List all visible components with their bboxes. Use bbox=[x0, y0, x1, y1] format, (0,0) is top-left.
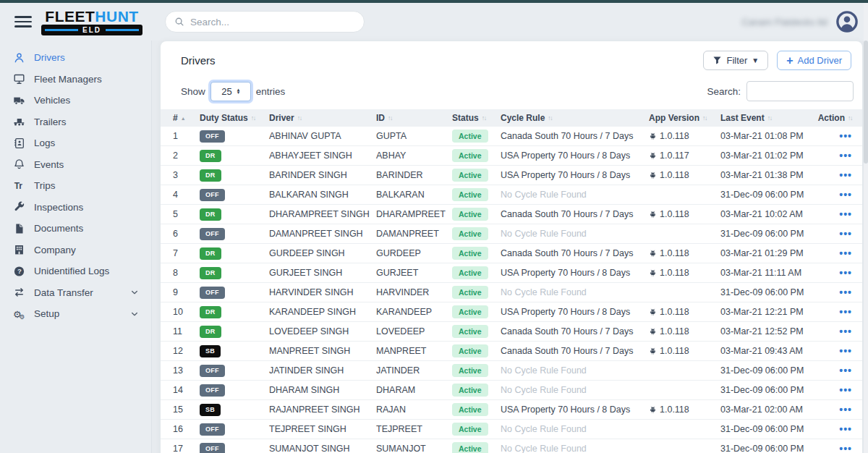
sidebar-item-logs[interactable]: Logs bbox=[0, 132, 151, 154]
add-driver-button[interactable]: + Add Driver bbox=[777, 51, 851, 70]
logo-eld-text: ELD bbox=[78, 26, 106, 34]
driver-name: TEJPREET SINGH bbox=[269, 424, 376, 434]
row-actions-button[interactable]: ••• bbox=[812, 208, 862, 220]
driver-id: ABHAY bbox=[376, 151, 452, 161]
global-search-input[interactable] bbox=[190, 17, 355, 27]
drivers-card: Drivers Filter ▼ + Add Driver Show bbox=[161, 41, 862, 453]
page-scrollbar[interactable] bbox=[864, 3, 868, 453]
hamburger-menu-icon[interactable] bbox=[14, 16, 32, 27]
col-header-status[interactable]: Status↑↓ bbox=[452, 113, 501, 123]
driver-id: MANPREET bbox=[376, 346, 452, 356]
sidebar-item-label: Unidentified Logs bbox=[34, 266, 109, 276]
app-version: 1.0.118 bbox=[649, 248, 720, 258]
row-actions-button[interactable]: ••• bbox=[812, 287, 862, 298]
driver-name: ABHINAV GUPTA bbox=[269, 131, 376, 141]
page-size-select[interactable]: 25 ▴▾ bbox=[210, 82, 251, 101]
truck-icon bbox=[13, 95, 26, 106]
last-event: 03-Mar-21 01:29 PM bbox=[720, 248, 812, 258]
driver-id: TEJPREET bbox=[376, 424, 452, 434]
row-number: 13 bbox=[161, 365, 200, 376]
sidebar-item-fleet-managers[interactable]: Fleet Managers bbox=[0, 69, 151, 90]
row-actions-button[interactable]: ••• bbox=[812, 267, 862, 279]
col-header-num[interactable]: #▲ bbox=[161, 113, 200, 123]
row-number: 8 bbox=[161, 268, 200, 278]
driver-name: ABHAYJEET SINGH bbox=[269, 151, 376, 161]
row-actions-button[interactable]: ••• bbox=[812, 150, 862, 161]
driver-name: MANPREET SINGH bbox=[269, 346, 376, 356]
sidebar-item-company[interactable]: Company bbox=[0, 240, 151, 261]
col-header-id[interactable]: ID↑↓ bbox=[376, 113, 452, 123]
cycle-rule: No Cycle Rule Found bbox=[501, 229, 649, 239]
row-number: 7 bbox=[161, 248, 200, 258]
sidebar-item-inspections[interactable]: Inspections bbox=[0, 197, 151, 219]
row-actions-button[interactable]: ••• bbox=[812, 345, 862, 357]
row-actions-button[interactable]: ••• bbox=[812, 247, 862, 259]
sort-icon: ↑↓ bbox=[482, 114, 486, 122]
row-actions-button[interactable]: ••• bbox=[812, 130, 862, 142]
duty-status-badge: DR bbox=[200, 208, 221, 221]
col-header-driver[interactable]: Driver↑↓ bbox=[269, 113, 376, 123]
row-actions-button[interactable]: ••• bbox=[812, 423, 862, 435]
sort-icon: ↑↓ bbox=[388, 114, 392, 122]
driver-id: BALKARAN bbox=[376, 190, 452, 200]
last-event: 03-Mar-21 12:21 PM bbox=[720, 307, 812, 317]
user-avatar[interactable] bbox=[836, 11, 858, 33]
status-badge: Active bbox=[452, 266, 488, 279]
cycle-rule: No Cycle Rule Found bbox=[501, 385, 649, 395]
fleethunt-logo[interactable]: FLEETHUNT ELD bbox=[41, 9, 142, 35]
building-icon bbox=[13, 244, 26, 255]
last-event: 03-Mar-21 11:11 AM bbox=[720, 268, 812, 278]
journal-icon bbox=[13, 137, 26, 149]
sort-icon: ↑↓ bbox=[251, 114, 255, 122]
cycle-rule: Canada South 70 Hours / 7 Days bbox=[501, 346, 649, 356]
global-search[interactable] bbox=[165, 11, 365, 33]
status-badge: Active bbox=[452, 286, 488, 299]
row-number: 1 bbox=[161, 131, 200, 141]
table-row: 7 DR GURDEEP SINGH GURDEEP Active Canada… bbox=[161, 244, 862, 263]
sidebar-item-vehicles[interactable]: Vehicles bbox=[0, 90, 151, 111]
col-header-action[interactable]: Action↑↓ bbox=[812, 113, 862, 123]
row-actions-button[interactable]: ••• bbox=[812, 228, 862, 240]
cycle-rule: No Cycle Rule Found bbox=[501, 190, 649, 200]
trailer-icon bbox=[13, 116, 26, 127]
sidebar-item-trips[interactable]: Trips bbox=[0, 175, 151, 197]
cycle-rule: No Cycle Rule Found bbox=[501, 424, 649, 434]
sidebar-item-label: Documents bbox=[34, 223, 83, 234]
row-actions-button[interactable]: ••• bbox=[812, 404, 862, 415]
row-actions-button[interactable]: ••• bbox=[812, 169, 862, 181]
sort-icon: ↑↓ bbox=[297, 114, 302, 122]
wrench-icon bbox=[13, 201, 26, 213]
col-header-last-event[interactable]: Last Event↑↓ bbox=[720, 113, 812, 123]
sidebar-item-label: Company bbox=[34, 245, 76, 255]
sidebar-item-drivers[interactable]: Drivers bbox=[0, 47, 151, 69]
row-actions-button[interactable]: ••• bbox=[812, 384, 862, 396]
sidebar-item-trailers[interactable]: Trailers bbox=[0, 111, 151, 133]
row-actions-button[interactable]: ••• bbox=[812, 326, 862, 337]
duty-status-badge: DR bbox=[200, 169, 221, 182]
sidebar-item-documents[interactable]: Documents bbox=[0, 218, 151, 240]
col-header-cycle-rule[interactable]: Cycle Rule↑↓ bbox=[501, 113, 649, 123]
sidebar-item-setup[interactable]: Setup bbox=[0, 303, 151, 325]
filter-button[interactable]: Filter ▼ bbox=[703, 51, 768, 70]
col-header-duty-status[interactable]: Duty Status↑↓ bbox=[200, 113, 269, 123]
sidebar-item-unidentified-logs[interactable]: Unidentified Logs bbox=[0, 261, 151, 282]
row-actions-button[interactable]: ••• bbox=[812, 306, 862, 318]
table-row: 17 OFF SUMANJOT SINGH SUMANJOT Active No… bbox=[161, 439, 862, 453]
row-actions-button[interactable]: ••• bbox=[812, 189, 862, 200]
sidebar-item-data-transfer[interactable]: Data Transfer bbox=[0, 282, 151, 304]
col-header-app-version[interactable]: App Version↑↓ bbox=[649, 113, 720, 123]
duty-status-badge: DR bbox=[200, 267, 221, 279]
sort-asc-icon: ▲ bbox=[181, 116, 186, 121]
driver-name: RAJANPREET SINGH bbox=[269, 405, 376, 415]
last-event: 03-Mar-21 12:52 PM bbox=[720, 326, 812, 336]
app-version: 1.0.118 bbox=[649, 268, 720, 278]
driver-id: DHARAM bbox=[376, 385, 452, 395]
cycle-rule: USA Property 70 Hours / 8 Days bbox=[501, 405, 649, 415]
sidebar-item-events[interactable]: Events bbox=[0, 154, 151, 176]
driver-id: GURDEEP bbox=[376, 248, 452, 258]
row-actions-button[interactable]: ••• bbox=[812, 443, 862, 453]
last-event: 03-Mar-21 10:02 AM bbox=[720, 209, 812, 219]
table-search-input[interactable] bbox=[746, 81, 854, 101]
transfer-icon bbox=[13, 287, 26, 298]
row-actions-button[interactable]: ••• bbox=[812, 365, 862, 376]
